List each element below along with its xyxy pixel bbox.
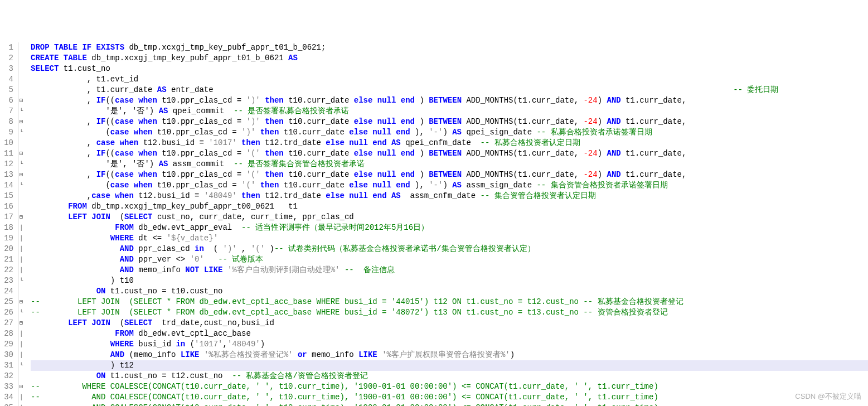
line-number: 30 [0,350,13,360]
code-line[interactable]: LEFT JOIN (SELECT cust_no, curr_date, cu… [31,212,868,223]
line-number: 31 [0,360,13,371]
line-number: 32 [0,371,13,381]
line-number: 16 [0,201,13,212]
code-line[interactable]: , t1.curr_date AS entr_date -- 委托日期 [31,85,868,95]
code-line[interactable]: LEFT JOIN (SELECT trd_date,cust_no,busi_… [31,318,868,328]
line-number: 1 [0,42,13,53]
fold-marker[interactable] [20,371,27,381]
fold-marker[interactable]: │ [20,339,27,350]
line-number: 35 [0,403,13,406]
line-number: 10 [0,138,13,148]
code-line[interactable]: , IF((case when t10.ppr_clas_cd = ')' th… [31,95,868,106]
line-number: 27 [0,318,13,328]
code-line[interactable]: -- WHERE COALESCE(CONCAT(t10.curr_date, … [31,381,868,392]
line-number: 29 [0,339,13,350]
fold-marker[interactable]: ⊟ [20,117,27,127]
code-line[interactable]: , t1.evt_id [31,74,868,85]
code-line[interactable]: AND memo_info NOT LIKE '%客户自动测评到期自动处理%' … [31,265,868,276]
line-number: 18 [0,223,13,233]
fold-marker[interactable] [20,286,27,297]
line-number: 24 [0,286,13,297]
code-line[interactable]: ,case when t12.busi_id = '48049' then t1… [31,191,868,201]
fold-marker[interactable]: │ [20,265,27,276]
line-number: 6 [0,95,13,106]
code-line[interactable]: '是', '否') AS assm_commit -- 是否签署集合资管合格投资… [31,159,868,170]
code-line[interactable]: WHERE busi_id in ('1017','48049') [31,339,868,350]
fold-marker[interactable]: │ [20,328,27,339]
line-number: 17 [0,212,13,223]
line-number: 22 [0,265,13,276]
code-line[interactable]: ) t10 [31,276,868,286]
fold-marker[interactable]: ⊟ [20,318,27,328]
fold-marker[interactable]: ⊟ [20,381,27,392]
code-line[interactable]: -- LEFT JOIN (SELECT * FROM db_edw.evt_c… [31,297,868,307]
fold-marker[interactable]: │ [20,350,27,360]
code-line[interactable]: AND (memo_info LIKE '%私募合格投资者登记%' or mem… [31,350,868,360]
fold-marker[interactable]: └ [20,159,27,170]
code-area[interactable]: DROP TABLE IF EXISTS db_tmp.xcxgj_tmp_ke… [27,42,868,406]
fold-marker[interactable] [20,74,27,85]
line-number: 4 [0,74,13,85]
code-line[interactable]: , IF((case when t10.ppr_clas_cd = '(' th… [31,148,868,159]
fold-marker[interactable]: └ [20,180,27,191]
code-line[interactable]: DROP TABLE IF EXISTS db_tmp.xcxgj_tmp_ke… [31,42,868,53]
fold-marker[interactable] [20,53,27,64]
fold-marker[interactable]: └ [20,106,27,117]
line-number: 8 [0,117,13,127]
line-number: 26 [0,307,13,318]
fold-marker[interactable] [20,42,27,53]
fold-marker[interactable]: └ [20,307,27,318]
fold-marker[interactable] [20,138,27,148]
code-line[interactable]: FROM db_tmp.xcxgj_tmp_key_pubf_appr_t00_… [31,201,868,212]
fold-marker[interactable]: │ [20,223,27,233]
code-line[interactable]: (case when t10.ppr_clas_cd = '(' then t1… [31,180,868,191]
fold-marker[interactable]: │ [20,254,27,265]
code-line[interactable]: WHERE dt <= '${v_date}' [31,233,868,244]
code-line[interactable]: , IF((case when t10.ppr_clas_cd = '(' th… [31,170,868,180]
line-number: 13 [0,170,13,180]
code-line[interactable]: ON t1.cust_no = t12.cust_no -- 私募基金合格/资管… [31,371,868,381]
code-line[interactable]: ) t12 [31,360,868,371]
code-line[interactable]: FROM db_edw.evt_appr_eval -- 适当性评测事件（最早记… [31,223,868,233]
fold-marker[interactable]: └ [20,127,27,138]
code-line[interactable]: , IF((case when t10.ppr_clas_cd = ')' th… [31,117,868,127]
code-line[interactable]: (case when t10.ppr_clas_cd = ')' then t1… [31,127,868,138]
fold-marker[interactable]: ⊟ [20,212,27,223]
fold-marker[interactable]: ⊟ [20,170,27,180]
fold-marker[interactable]: │ [20,392,27,403]
line-number: 12 [0,159,13,170]
code-line[interactable]: , case when t12.busi_id = '1017' then t1… [31,138,868,148]
code-line[interactable]: AND ppr_clas_cd in ( ')' , '(' )-- 试卷类别代… [31,244,868,254]
fold-marker[interactable]: │ [20,403,27,406]
fold-marker[interactable]: ⊟ [20,148,27,159]
fold-gutter: ⊟└⊟└⊟└⊟└⊟│││││└⊟└⊟│││└⊟│││└ [18,42,27,406]
code-line[interactable]: AND ppr_ver <> '0' -- 试卷版本 [31,254,868,265]
line-number: 11 [0,148,13,159]
fold-marker[interactable]: ⊟ [20,297,27,307]
code-line[interactable]: -- AND COALESCE(CONCAT(t12.curr_date, ' … [31,403,868,406]
fold-marker[interactable]: │ [20,233,27,244]
fold-marker[interactable] [20,201,27,212]
line-number: 14 [0,180,13,191]
fold-marker[interactable]: ⊟ [20,95,27,106]
line-number: 15 [0,191,13,201]
fold-marker[interactable] [20,85,27,95]
line-number: 34 [0,392,13,403]
line-number: 5 [0,85,13,95]
fold-marker[interactable]: └ [20,276,27,286]
code-line[interactable]: -- LEFT JOIN (SELECT * FROM db_edw.evt_c… [31,307,868,318]
code-line[interactable]: SELECT t1.cust_no [31,64,868,74]
line-number: 23 [0,276,13,286]
code-line[interactable]: FROM db_edw.evt_cptl_acc_base [31,328,868,339]
line-number: 28 [0,328,13,339]
fold-marker[interactable]: └ [20,360,27,371]
fold-marker[interactable] [20,191,27,201]
line-number: 25 [0,297,13,307]
line-number: 20 [0,244,13,254]
code-line[interactable]: '是', '否') AS qpei_commit -- 是否签署私募合格投资者承… [31,106,868,117]
code-line[interactable]: ON t1.cust_no = t10.cust_no [31,286,868,297]
fold-marker[interactable] [20,64,27,74]
code-line[interactable]: CREATE TABLE db_tmp.xcxgj_tmp_key_pubf_a… [31,53,868,64]
code-line[interactable]: -- AND COALESCE(CONCAT(t10.curr_date, ' … [31,392,868,403]
fold-marker[interactable]: │ [20,244,27,254]
